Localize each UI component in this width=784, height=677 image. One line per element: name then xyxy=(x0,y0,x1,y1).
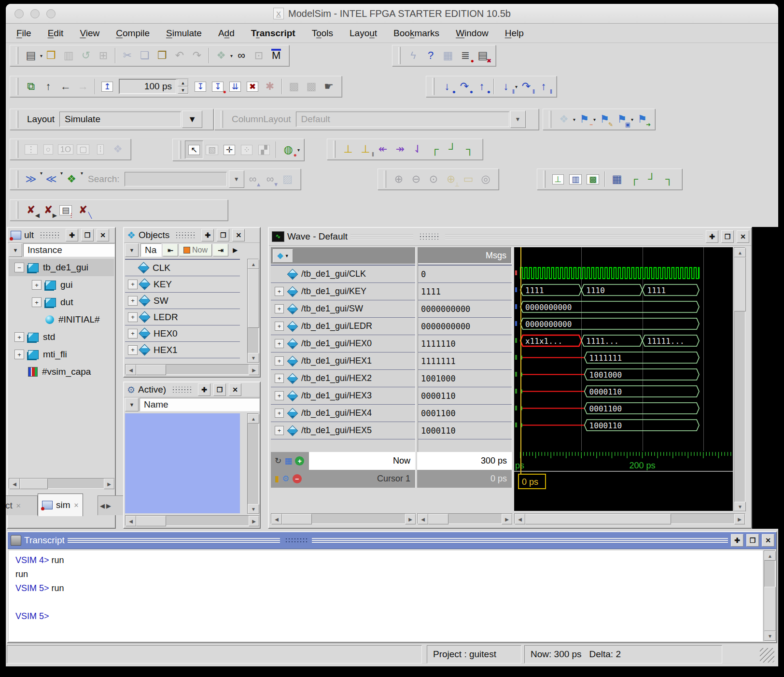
expand-icon[interactable]: + xyxy=(128,329,138,338)
scroll-left-icon[interactable]: ◀ xyxy=(515,514,525,524)
mode-i-icon[interactable]: ⋮ xyxy=(22,141,40,158)
wave-signal-hex4[interactable]: +/tb_de1_gui/HEX4 xyxy=(271,405,415,422)
sim-undock-button[interactable]: ❐ xyxy=(81,229,94,241)
compile-icon[interactable]: ❖ xyxy=(212,47,230,64)
bookmark-delete-icon[interactable]: ⚑− xyxy=(575,111,593,128)
scroll-right-icon[interactable]: ▶ xyxy=(249,365,259,375)
expand-icon[interactable]: + xyxy=(275,322,284,331)
cancel-next-icon[interactable]: ✘▶ xyxy=(40,201,57,219)
menu-compile[interactable]: Compile xyxy=(116,28,150,39)
run-length-down-icon[interactable]: ▼ xyxy=(178,86,188,94)
scroll-right-icon[interactable]: ▶ xyxy=(502,514,512,524)
active-close-button[interactable]: ✕ xyxy=(229,383,241,396)
tab-project[interactable]: ct ✕ xyxy=(6,495,38,515)
expand-icon[interactable]: + xyxy=(128,296,138,306)
run-length-value[interactable]: 100 ps xyxy=(119,79,176,94)
menu-layout[interactable]: Layout xyxy=(350,28,377,39)
objects-time-left-icon[interactable]: ⇤ xyxy=(163,244,178,256)
cursor-pair-icon[interactable]: ⁘ xyxy=(238,141,255,158)
prev-transition-icon[interactable]: ↞ xyxy=(374,141,392,158)
wave-cursor-line[interactable] xyxy=(520,247,521,474)
tree-item--vsim-capa[interactable]: #vsim_capa xyxy=(9,363,114,381)
find-icon[interactable]: ∞ xyxy=(233,47,250,64)
wave-rise-icon[interactable]: ┘ xyxy=(643,170,660,188)
zoom-range-icon[interactable]: ▭ xyxy=(460,170,477,188)
step-into-icon[interactable]: ↓● xyxy=(438,78,456,95)
scroll-thumb[interactable] xyxy=(20,479,48,489)
mode-10-icon[interactable]: 1O xyxy=(57,141,74,158)
refresh-now-icon[interactable]: ↻ xyxy=(275,456,281,466)
examine-icon[interactable]: ? xyxy=(422,47,439,64)
traffic-light-caret-icon[interactable]: ▾ xyxy=(297,147,300,153)
transcript-add-button[interactable]: ✚ xyxy=(731,534,743,547)
menu-help[interactable]: Help xyxy=(505,28,524,39)
objects-hscrollbar[interactable]: ◀ ▶ xyxy=(125,364,260,375)
layout-select[interactable]: Simulate xyxy=(59,112,181,127)
objects-name-column-header[interactable]: Na xyxy=(140,243,162,257)
edit-grid-icon[interactable]: ▞ xyxy=(255,141,273,158)
scroll-down-icon[interactable]: ▼ xyxy=(734,502,746,511)
jump-bookmark-m-icon[interactable]: M xyxy=(267,47,285,64)
zoom-out-icon[interactable]: ⊖ xyxy=(407,170,425,188)
redo-icon[interactable]: ↷ xyxy=(188,47,206,64)
next-rising-icon[interactable]: ┌ xyxy=(426,141,444,158)
wave-signal-hex2[interactable]: +/tb_de1_gui/HEX2 xyxy=(271,370,415,387)
scroll-left-icon[interactable]: ◀ xyxy=(9,479,20,489)
expand-in-icon[interactable]: ≫ xyxy=(22,170,40,188)
menu-window[interactable]: Window xyxy=(456,28,489,39)
palette-icon[interactable]: ❖ xyxy=(109,141,126,158)
wave-hscrollbar[interactable]: ◀ ▶ xyxy=(514,513,745,524)
break-icon[interactable]: ✖ xyxy=(244,78,261,95)
search-input[interactable] xyxy=(125,172,227,186)
zoom-mode-icon[interactable]: ◎ xyxy=(477,170,494,188)
sim-add-button[interactable]: ✚ xyxy=(66,229,78,241)
expand-all-caret-icon[interactable]: ▾ xyxy=(81,170,83,188)
bookmark-goto-icon[interactable]: ⚑➜ xyxy=(633,111,651,128)
wave-signal-key[interactable]: +/tb_de1_gui/KEY xyxy=(271,283,415,300)
select-mode-icon[interactable]: ↖ xyxy=(185,141,203,159)
objects-time-right-icon[interactable]: ⇥ xyxy=(213,244,228,256)
tree-item-gui[interactable]: +gui xyxy=(9,276,114,294)
edit-mode-icon[interactable]: ▧ xyxy=(203,141,221,158)
wave-values-view-icon[interactable]: ▩ xyxy=(584,170,602,188)
active-vscrollbar[interactable]: ▲ ▼ xyxy=(247,413,259,514)
expand-icon[interactable]: + xyxy=(128,280,138,289)
environment-icon[interactable]: ⧉ xyxy=(22,78,40,95)
falling-edge-icon[interactable]: ┐ xyxy=(461,141,478,158)
tree-item-std[interactable]: +std xyxy=(9,328,114,346)
search-dropdown-icon[interactable]: ▼ xyxy=(229,170,244,188)
cursor-row[interactable]: ▮⚙− Cursor 1 xyxy=(271,470,415,488)
expand-out-icon[interactable]: ≪ xyxy=(42,170,60,188)
wave-signal-hex0[interactable]: +/tb_de1_gui/HEX0 xyxy=(271,335,415,353)
lock-cursor-icon[interactable]: ▮ xyxy=(275,474,279,484)
scroll-left-icon[interactable]: ◀ xyxy=(418,514,428,524)
bookmark-save-icon[interactable]: ⚑▣ xyxy=(613,111,630,128)
stop-icon[interactable]: ✱ xyxy=(261,78,279,95)
wave-cursor-view-icon[interactable]: ⊥ xyxy=(549,170,567,188)
expand-icon[interactable]: + xyxy=(128,312,138,322)
cursor-properties-icon[interactable]: ⚙ xyxy=(282,474,289,484)
restart-icon[interactable]: ↥ xyxy=(98,78,116,95)
expand-icon[interactable]: + xyxy=(275,287,284,296)
active-name-column-header[interactable]: Name xyxy=(140,398,260,411)
wave-signal-sw[interactable]: +/tb_de1_gui/SW xyxy=(271,300,415,318)
run-all-icon[interactable]: ⇊ xyxy=(226,78,244,95)
zoom-in-icon[interactable]: ⊕ xyxy=(390,170,407,188)
mode-box-icon[interactable]: ▢ xyxy=(74,141,92,158)
new-file-icon[interactable]: ▤ xyxy=(22,47,40,64)
menu-bookmarks[interactable]: Bookmarks xyxy=(393,28,439,39)
run-length-up-icon[interactable]: ▲ xyxy=(178,79,188,86)
tab-close-icon[interactable]: ✕ xyxy=(16,502,21,509)
run-length-stepper[interactable]: 100 ps ▲ ▼ xyxy=(119,79,189,94)
log-file-icon[interactable]: ▤⋮ xyxy=(57,201,74,219)
env-forward-icon[interactable]: → xyxy=(74,78,92,95)
move-mode-icon[interactable]: ✛ xyxy=(221,141,238,158)
menu-edit[interactable]: Edit xyxy=(48,28,64,39)
wave-signal-hex5[interactable]: +/tb_de1_gui/HEX5 xyxy=(271,422,415,439)
expand-icon[interactable]: + xyxy=(275,356,284,366)
wave-names-hscrollbar[interactable]: ◀ ▶ xyxy=(271,513,416,524)
tree-item-mti-fli[interactable]: +mti_fli xyxy=(9,346,114,363)
scroll-up-icon[interactable]: ▲ xyxy=(764,551,776,561)
cancel-prev-icon[interactable]: ✘◀ xyxy=(22,201,40,219)
tree-item--initial-[interactable]: #INITIAL# xyxy=(9,311,114,328)
